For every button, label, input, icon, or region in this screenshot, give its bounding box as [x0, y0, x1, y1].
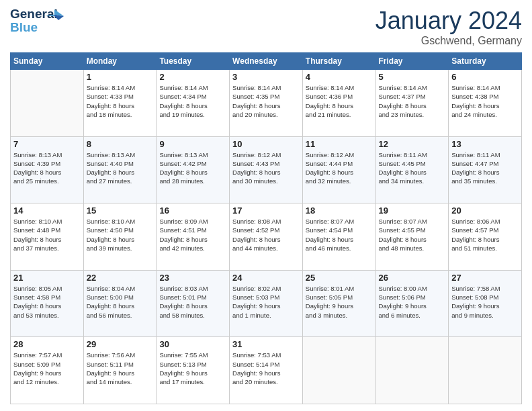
day-info: Sunrise: 8:10 AM Sunset: 4:50 PM Dayligh…	[87, 217, 154, 253]
table-row: 6Sunrise: 8:14 AM Sunset: 4:38 PM Daylig…	[449, 70, 522, 137]
day-info: Sunrise: 8:09 AM Sunset: 4:51 PM Dayligh…	[159, 217, 226, 253]
day-number: 19	[379, 205, 446, 216]
day-number: 8	[87, 139, 154, 149]
day-number: 11	[306, 139, 373, 149]
day-number: 16	[159, 205, 226, 216]
table-row	[375, 337, 449, 404]
table-row: 11Sunrise: 8:12 AM Sunset: 4:44 PM Dayli…	[302, 136, 375, 203]
day-info: Sunrise: 8:14 AM Sunset: 4:36 PM Dayligh…	[306, 83, 373, 119]
table-row: 16Sunrise: 8:09 AM Sunset: 4:51 PM Dayli…	[157, 203, 230, 271]
table-row	[449, 337, 522, 404]
table-row: 23Sunrise: 8:03 AM Sunset: 5:01 PM Dayli…	[157, 270, 230, 337]
table-row: 26Sunrise: 8:00 AM Sunset: 5:06 PM Dayli…	[375, 270, 449, 337]
day-info: Sunrise: 8:14 AM Sunset: 4:37 PM Dayligh…	[379, 83, 446, 119]
day-info: Sunrise: 8:07 AM Sunset: 4:55 PM Dayligh…	[379, 217, 446, 253]
logo-bird-icon	[45, 7, 64, 26]
day-info: Sunrise: 7:55 AM Sunset: 5:13 PM Dayligh…	[159, 351, 226, 386]
table-row: 31Sunrise: 7:53 AM Sunset: 5:14 PM Dayli…	[230, 337, 303, 404]
day-number: 7	[13, 139, 81, 149]
day-number: 10	[232, 139, 300, 149]
table-row: 21Sunrise: 8:05 AM Sunset: 4:58 PM Dayli…	[11, 270, 84, 337]
day-number: 15	[87, 205, 154, 216]
table-row: 10Sunrise: 8:12 AM Sunset: 4:43 PM Dayli…	[230, 136, 303, 203]
day-number: 2	[159, 72, 226, 82]
day-info: Sunrise: 8:03 AM Sunset: 5:01 PM Dayligh…	[159, 284, 226, 320]
table-row: 17Sunrise: 8:08 AM Sunset: 4:52 PM Dayli…	[230, 203, 303, 271]
calendar-week-row: 7Sunrise: 8:13 AM Sunset: 4:39 PM Daylig…	[11, 136, 522, 203]
day-number: 6	[451, 72, 519, 82]
day-info: Sunrise: 8:06 AM Sunset: 4:57 PM Dayligh…	[451, 217, 519, 253]
col-tuesday: Tuesday	[157, 53, 230, 70]
table-row: 9Sunrise: 8:13 AM Sunset: 4:42 PM Daylig…	[157, 136, 230, 203]
table-row: 19Sunrise: 8:07 AM Sunset: 4:55 PM Dayli…	[375, 203, 449, 271]
day-number: 31	[232, 339, 300, 349]
logo: General Blue	[10, 7, 57, 37]
day-number: 9	[159, 139, 226, 149]
col-wednesday: Wednesday	[230, 53, 303, 70]
calendar-week-row: 14Sunrise: 8:10 AM Sunset: 4:48 PM Dayli…	[11, 203, 522, 271]
day-info: Sunrise: 7:57 AM Sunset: 5:09 PM Dayligh…	[13, 351, 81, 386]
day-number: 5	[379, 72, 446, 82]
day-number: 30	[159, 339, 226, 349]
table-row: 28Sunrise: 7:57 AM Sunset: 5:09 PM Dayli…	[11, 337, 84, 404]
day-info: Sunrise: 8:13 AM Sunset: 4:42 PM Dayligh…	[159, 150, 226, 186]
table-row: 15Sunrise: 8:10 AM Sunset: 4:50 PM Dayli…	[83, 203, 157, 271]
day-number: 22	[87, 273, 154, 283]
col-monday: Monday	[83, 53, 157, 70]
day-info: Sunrise: 8:11 AM Sunset: 4:45 PM Dayligh…	[379, 150, 446, 186]
day-info: Sunrise: 7:53 AM Sunset: 5:14 PM Dayligh…	[232, 351, 300, 386]
table-row: 3Sunrise: 8:14 AM Sunset: 4:35 PM Daylig…	[230, 70, 303, 137]
day-info: Sunrise: 8:14 AM Sunset: 4:38 PM Dayligh…	[451, 83, 519, 119]
day-info: Sunrise: 8:07 AM Sunset: 4:54 PM Dayligh…	[306, 217, 373, 253]
calendar-week-row: 21Sunrise: 8:05 AM Sunset: 4:58 PM Dayli…	[11, 270, 522, 337]
day-number: 28	[13, 339, 81, 349]
table-row	[11, 70, 84, 137]
day-number: 27	[451, 273, 519, 283]
table-row	[302, 337, 375, 404]
day-info: Sunrise: 8:04 AM Sunset: 5:00 PM Dayligh…	[87, 284, 154, 320]
day-info: Sunrise: 8:00 AM Sunset: 5:06 PM Dayligh…	[379, 284, 446, 320]
col-friday: Friday	[375, 53, 449, 70]
col-saturday: Saturday	[449, 53, 522, 70]
day-info: Sunrise: 8:01 AM Sunset: 5:05 PM Dayligh…	[306, 284, 373, 320]
day-info: Sunrise: 8:14 AM Sunset: 4:33 PM Dayligh…	[87, 83, 154, 119]
page: General Blue January 2024 Gschwend, Germ…	[0, 0, 532, 411]
day-number: 21	[13, 273, 81, 283]
day-number: 23	[159, 273, 226, 283]
table-row: 25Sunrise: 8:01 AM Sunset: 5:05 PM Dayli…	[302, 270, 375, 337]
day-number: 26	[379, 273, 446, 283]
table-row: 30Sunrise: 7:55 AM Sunset: 5:13 PM Dayli…	[157, 337, 230, 404]
table-row: 4Sunrise: 8:14 AM Sunset: 4:36 PM Daylig…	[302, 70, 375, 137]
col-thursday: Thursday	[302, 53, 375, 70]
day-number: 14	[13, 205, 81, 216]
table-row: 7Sunrise: 8:13 AM Sunset: 4:39 PM Daylig…	[11, 136, 84, 203]
calendar-table: Sunday Monday Tuesday Wednesday Thursday…	[10, 52, 522, 404]
day-number: 17	[232, 205, 300, 216]
table-row: 8Sunrise: 8:13 AM Sunset: 4:40 PM Daylig…	[83, 136, 157, 203]
day-info: Sunrise: 8:11 AM Sunset: 4:47 PM Dayligh…	[451, 150, 519, 186]
day-number: 13	[451, 139, 519, 149]
day-number: 4	[306, 72, 373, 82]
day-number: 18	[306, 205, 373, 216]
calendar-week-row: 1Sunrise: 8:14 AM Sunset: 4:33 PM Daylig…	[11, 70, 522, 137]
header: General Blue January 2024 Gschwend, Germ…	[10, 7, 522, 47]
day-info: Sunrise: 8:02 AM Sunset: 5:03 PM Dayligh…	[232, 284, 300, 320]
table-row: 2Sunrise: 8:14 AM Sunset: 4:34 PM Daylig…	[157, 70, 230, 137]
day-info: Sunrise: 7:56 AM Sunset: 5:11 PM Dayligh…	[87, 351, 154, 386]
day-info: Sunrise: 8:10 AM Sunset: 4:48 PM Dayligh…	[13, 217, 81, 253]
table-row: 1Sunrise: 8:14 AM Sunset: 4:33 PM Daylig…	[83, 70, 157, 137]
table-row: 20Sunrise: 8:06 AM Sunset: 4:57 PM Dayli…	[449, 203, 522, 271]
day-info: Sunrise: 8:14 AM Sunset: 4:34 PM Dayligh…	[159, 83, 226, 119]
day-info: Sunrise: 8:13 AM Sunset: 4:39 PM Dayligh…	[13, 150, 81, 186]
day-number: 20	[451, 205, 519, 216]
table-row: 18Sunrise: 8:07 AM Sunset: 4:54 PM Dayli…	[302, 203, 375, 271]
day-info: Sunrise: 7:58 AM Sunset: 5:08 PM Dayligh…	[451, 284, 519, 320]
table-row: 13Sunrise: 8:11 AM Sunset: 4:47 PM Dayli…	[449, 136, 522, 203]
table-row: 24Sunrise: 8:02 AM Sunset: 5:03 PM Dayli…	[230, 270, 303, 337]
day-number: 3	[232, 72, 300, 82]
day-number: 1	[87, 72, 154, 82]
day-info: Sunrise: 8:12 AM Sunset: 4:43 PM Dayligh…	[232, 150, 300, 186]
calendar-header-row: Sunday Monday Tuesday Wednesday Thursday…	[11, 53, 522, 70]
day-info: Sunrise: 8:14 AM Sunset: 4:35 PM Dayligh…	[232, 83, 300, 119]
day-info: Sunrise: 8:05 AM Sunset: 4:58 PM Dayligh…	[13, 284, 81, 320]
